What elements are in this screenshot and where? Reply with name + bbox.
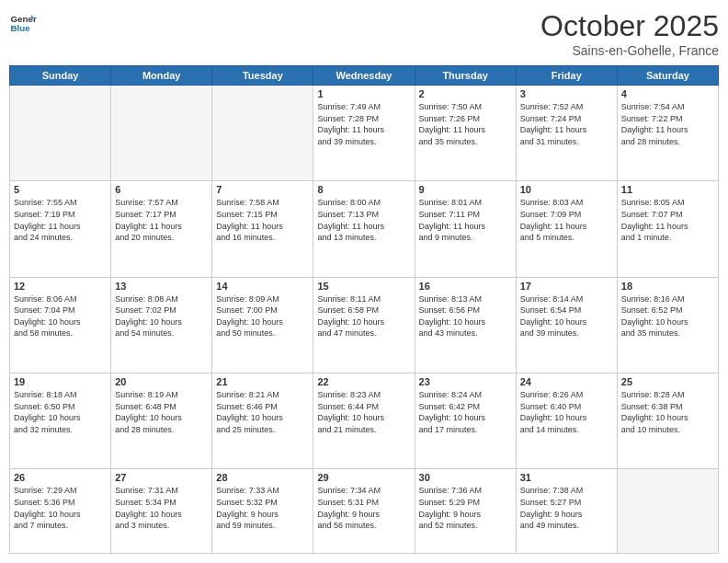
day-number: 5 bbox=[14, 184, 107, 195]
day-number: 13 bbox=[115, 281, 208, 292]
day-info: Sunrise: 7:29 AM Sunset: 5:36 PM Dayligh… bbox=[14, 485, 107, 531]
calendar-cell: 30Sunrise: 7:36 AM Sunset: 5:29 PM Dayli… bbox=[415, 469, 516, 554]
day-number: 15 bbox=[317, 281, 410, 292]
day-info: Sunrise: 7:57 AM Sunset: 7:17 PM Dayligh… bbox=[115, 197, 208, 243]
day-number: 26 bbox=[14, 472, 107, 483]
calendar-cell: 12Sunrise: 8:06 AM Sunset: 7:04 PM Dayli… bbox=[10, 277, 111, 373]
week-row-1: 1Sunrise: 7:49 AM Sunset: 7:28 PM Daylig… bbox=[10, 86, 719, 181]
calendar-cell bbox=[111, 86, 212, 181]
day-number: 22 bbox=[317, 376, 410, 387]
calendar-cell: 19Sunrise: 8:18 AM Sunset: 6:50 PM Dayli… bbox=[10, 373, 111, 469]
day-number: 25 bbox=[621, 376, 714, 387]
day-info: Sunrise: 7:58 AM Sunset: 7:15 PM Dayligh… bbox=[216, 197, 309, 243]
day-info: Sunrise: 7:33 AM Sunset: 5:32 PM Dayligh… bbox=[216, 485, 309, 531]
day-info: Sunrise: 7:38 AM Sunset: 5:27 PM Dayligh… bbox=[520, 485, 613, 531]
calendar-cell bbox=[212, 86, 313, 181]
day-number: 18 bbox=[621, 281, 714, 292]
calendar-cell: 17Sunrise: 8:14 AM Sunset: 6:54 PM Dayli… bbox=[516, 277, 617, 373]
calendar-cell: 11Sunrise: 8:05 AM Sunset: 7:07 PM Dayli… bbox=[617, 181, 718, 277]
month-title: October 2025 bbox=[540, 9, 719, 43]
col-saturday: Saturday bbox=[617, 66, 718, 86]
day-number: 23 bbox=[419, 376, 512, 387]
day-number: 21 bbox=[216, 376, 309, 387]
day-info: Sunrise: 8:14 AM Sunset: 6:54 PM Dayligh… bbox=[520, 293, 613, 339]
day-number: 7 bbox=[216, 184, 309, 195]
day-number: 16 bbox=[419, 281, 512, 292]
week-row-2: 5Sunrise: 7:55 AM Sunset: 7:19 PM Daylig… bbox=[10, 181, 719, 277]
calendar-cell: 29Sunrise: 7:34 AM Sunset: 5:31 PM Dayli… bbox=[313, 469, 415, 554]
day-info: Sunrise: 8:24 AM Sunset: 6:42 PM Dayligh… bbox=[419, 389, 512, 435]
day-number: 4 bbox=[621, 88, 714, 99]
day-number: 24 bbox=[520, 376, 613, 387]
day-info: Sunrise: 8:28 AM Sunset: 6:38 PM Dayligh… bbox=[621, 389, 714, 435]
day-number: 11 bbox=[621, 184, 714, 195]
day-info: Sunrise: 7:34 AM Sunset: 5:31 PM Dayligh… bbox=[317, 485, 410, 531]
calendar-cell: 1Sunrise: 7:49 AM Sunset: 7:28 PM Daylig… bbox=[313, 86, 415, 181]
day-number: 17 bbox=[520, 281, 613, 292]
calendar-cell: 9Sunrise: 8:01 AM Sunset: 7:11 PM Daylig… bbox=[415, 181, 516, 277]
calendar-cell: 25Sunrise: 8:28 AM Sunset: 6:38 PM Dayli… bbox=[617, 373, 718, 469]
calendar-cell: 15Sunrise: 8:11 AM Sunset: 6:58 PM Dayli… bbox=[313, 277, 415, 373]
day-info: Sunrise: 8:16 AM Sunset: 6:52 PM Dayligh… bbox=[621, 293, 714, 339]
col-thursday: Thursday bbox=[415, 66, 516, 86]
calendar-cell bbox=[617, 469, 718, 554]
day-info: Sunrise: 7:36 AM Sunset: 5:29 PM Dayligh… bbox=[419, 485, 512, 531]
day-number: 30 bbox=[419, 472, 512, 483]
day-info: Sunrise: 7:49 AM Sunset: 7:28 PM Dayligh… bbox=[317, 101, 410, 147]
day-info: Sunrise: 8:00 AM Sunset: 7:13 PM Dayligh… bbox=[317, 197, 410, 243]
calendar-cell: 10Sunrise: 8:03 AM Sunset: 7:09 PM Dayli… bbox=[516, 181, 617, 277]
day-info: Sunrise: 7:55 AM Sunset: 7:19 PM Dayligh… bbox=[14, 197, 107, 243]
calendar-cell: 5Sunrise: 7:55 AM Sunset: 7:19 PM Daylig… bbox=[10, 181, 111, 277]
calendar-cell: 8Sunrise: 8:00 AM Sunset: 7:13 PM Daylig… bbox=[313, 181, 415, 277]
days-header-row: Sunday Monday Tuesday Wednesday Thursday… bbox=[10, 66, 719, 86]
week-row-5: 26Sunrise: 7:29 AM Sunset: 5:36 PM Dayli… bbox=[10, 469, 719, 554]
calendar-cell: 3Sunrise: 7:52 AM Sunset: 7:24 PM Daylig… bbox=[516, 86, 617, 181]
col-tuesday: Tuesday bbox=[212, 66, 313, 86]
day-info: Sunrise: 8:05 AM Sunset: 7:07 PM Dayligh… bbox=[621, 197, 714, 243]
week-row-3: 12Sunrise: 8:06 AM Sunset: 7:04 PM Dayli… bbox=[10, 277, 719, 373]
calendar-cell bbox=[10, 86, 111, 181]
day-info: Sunrise: 8:11 AM Sunset: 6:58 PM Dayligh… bbox=[317, 293, 410, 339]
day-info: Sunrise: 8:01 AM Sunset: 7:11 PM Dayligh… bbox=[419, 197, 512, 243]
day-number: 29 bbox=[317, 472, 410, 483]
day-info: Sunrise: 8:09 AM Sunset: 7:00 PM Dayligh… bbox=[216, 293, 309, 339]
day-number: 10 bbox=[520, 184, 613, 195]
col-sunday: Sunday bbox=[10, 66, 111, 86]
day-info: Sunrise: 7:31 AM Sunset: 5:34 PM Dayligh… bbox=[115, 485, 208, 531]
day-number: 9 bbox=[419, 184, 512, 195]
day-info: Sunrise: 8:03 AM Sunset: 7:09 PM Dayligh… bbox=[520, 197, 613, 243]
header: General Blue October 2025 Sains-en-Gohel… bbox=[9, 9, 719, 58]
day-number: 27 bbox=[115, 472, 208, 483]
day-info: Sunrise: 8:08 AM Sunset: 7:02 PM Dayligh… bbox=[115, 293, 208, 339]
day-number: 6 bbox=[115, 184, 208, 195]
calendar-cell: 18Sunrise: 8:16 AM Sunset: 6:52 PM Dayli… bbox=[617, 277, 718, 373]
calendar-cell: 31Sunrise: 7:38 AM Sunset: 5:27 PM Dayli… bbox=[516, 469, 617, 554]
svg-text:Blue: Blue bbox=[11, 23, 31, 33]
calendar-cell: 2Sunrise: 7:50 AM Sunset: 7:26 PM Daylig… bbox=[415, 86, 516, 181]
day-number: 19 bbox=[14, 376, 107, 387]
day-info: Sunrise: 8:06 AM Sunset: 7:04 PM Dayligh… bbox=[14, 293, 107, 339]
day-number: 31 bbox=[520, 472, 613, 483]
calendar-cell: 6Sunrise: 7:57 AM Sunset: 7:17 PM Daylig… bbox=[111, 181, 212, 277]
day-number: 28 bbox=[216, 472, 309, 483]
subtitle: Sains-en-Gohelle, France bbox=[540, 43, 719, 58]
day-info: Sunrise: 7:54 AM Sunset: 7:22 PM Dayligh… bbox=[621, 101, 714, 147]
col-wednesday: Wednesday bbox=[313, 66, 415, 86]
calendar-cell: 20Sunrise: 8:19 AM Sunset: 6:48 PM Dayli… bbox=[111, 373, 212, 469]
logo: General Blue bbox=[9, 9, 37, 37]
day-info: Sunrise: 8:18 AM Sunset: 6:50 PM Dayligh… bbox=[14, 389, 107, 435]
calendar-cell: 14Sunrise: 8:09 AM Sunset: 7:00 PM Dayli… bbox=[212, 277, 313, 373]
calendar-cell: 24Sunrise: 8:26 AM Sunset: 6:40 PM Dayli… bbox=[516, 373, 617, 469]
calendar-cell: 26Sunrise: 7:29 AM Sunset: 5:36 PM Dayli… bbox=[10, 469, 111, 554]
day-number: 2 bbox=[419, 88, 512, 99]
col-monday: Monday bbox=[111, 66, 212, 86]
calendar-cell: 16Sunrise: 8:13 AM Sunset: 6:56 PM Dayli… bbox=[415, 277, 516, 373]
calendar-cell: 4Sunrise: 7:54 AM Sunset: 7:22 PM Daylig… bbox=[617, 86, 718, 181]
calendar-cell: 21Sunrise: 8:21 AM Sunset: 6:46 PM Dayli… bbox=[212, 373, 313, 469]
calendar-cell: 22Sunrise: 8:23 AM Sunset: 6:44 PM Dayli… bbox=[313, 373, 415, 469]
day-number: 3 bbox=[520, 88, 613, 99]
calendar-cell: 27Sunrise: 7:31 AM Sunset: 5:34 PM Dayli… bbox=[111, 469, 212, 554]
day-number: 20 bbox=[115, 376, 208, 387]
day-info: Sunrise: 7:52 AM Sunset: 7:24 PM Dayligh… bbox=[520, 101, 613, 147]
day-info: Sunrise: 8:23 AM Sunset: 6:44 PM Dayligh… bbox=[317, 389, 410, 435]
